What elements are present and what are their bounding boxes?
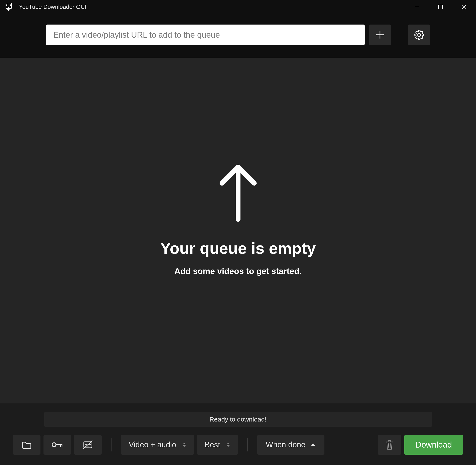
auth-key-button[interactable] <box>43 435 71 455</box>
when-done-select[interactable]: When done <box>257 435 324 455</box>
url-input[interactable] <box>46 24 365 45</box>
topbar <box>0 14 476 58</box>
svg-line-33 <box>390 444 390 448</box>
sort-arrows-icon <box>226 442 230 447</box>
queue-area: Your queue is empty Add some videos to g… <box>0 58 476 403</box>
svg-marker-30 <box>311 444 316 446</box>
key-icon <box>51 441 63 448</box>
quality-select-label: Best <box>205 440 220 449</box>
film-download-icon <box>5 3 13 11</box>
svg-rect-11 <box>439 5 442 9</box>
url-input-container <box>46 24 365 45</box>
subtitles-off-icon <box>83 440 93 450</box>
minimize-icon <box>414 4 420 10</box>
svg-marker-28 <box>227 443 230 444</box>
svg-marker-26 <box>183 443 186 444</box>
bottom-bar: Ready to download! <box>0 403 476 465</box>
settings-button[interactable] <box>408 24 430 45</box>
close-icon <box>461 4 467 10</box>
empty-subtitle: Add some videos to get started. <box>174 266 302 276</box>
quality-select[interactable]: Best <box>197 435 238 455</box>
app-window: YouTube Downloader GUI <box>0 0 476 465</box>
empty-title: Your queue is empty <box>160 239 316 257</box>
download-button-label: Download <box>415 440 452 450</box>
plus-icon <box>375 30 385 40</box>
status-bar: Ready to download! <box>44 412 432 427</box>
format-select[interactable]: Video + audio <box>121 435 194 455</box>
svg-point-17 <box>52 443 56 447</box>
titlebar: YouTube Downloader GUI <box>0 0 476 14</box>
arrow-up-icon <box>218 162 259 222</box>
download-button[interactable]: Download <box>404 435 463 455</box>
separator <box>111 438 112 451</box>
open-folder-button[interactable] <box>13 435 41 455</box>
clear-queue-button[interactable] <box>378 435 401 455</box>
sort-arrows-icon <box>182 442 186 447</box>
window-controls <box>405 0 476 14</box>
maximize-button[interactable] <box>429 0 452 14</box>
svg-marker-29 <box>227 445 230 447</box>
format-select-label: Video + audio <box>129 440 176 449</box>
window-title: YouTube Downloader GUI <box>19 4 86 10</box>
svg-line-32 <box>389 444 389 448</box>
when-done-label: When done <box>266 440 306 449</box>
folder-icon <box>22 441 32 449</box>
subtitles-off-button[interactable] <box>74 435 102 455</box>
status-text: Ready to download! <box>210 416 266 423</box>
trash-icon <box>385 440 394 450</box>
gear-icon <box>414 30 424 40</box>
add-button[interactable] <box>369 24 391 45</box>
caret-up-icon <box>311 443 316 446</box>
maximize-icon <box>438 4 443 10</box>
bottom-row: Video + audio Best When done <box>13 435 463 455</box>
close-button[interactable] <box>452 0 476 14</box>
minimize-button[interactable] <box>405 0 429 14</box>
svg-marker-27 <box>183 445 186 447</box>
separator <box>247 438 248 451</box>
